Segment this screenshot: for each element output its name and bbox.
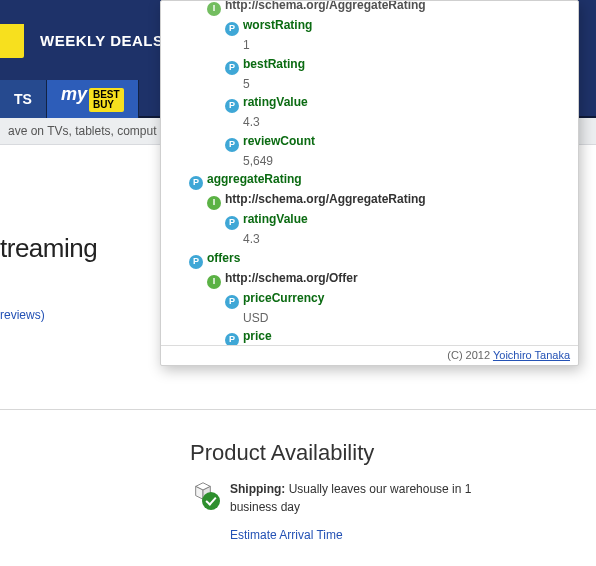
schema-type-url: http://schema.org/Offer <box>225 271 358 285</box>
schema-property-name: reviewCount <box>243 134 315 148</box>
product-availability-section: Product Availability Shipping: Usually l… <box>190 440 490 544</box>
type-icon: I <box>207 2 221 16</box>
schema-property-name: aggregateRating <box>207 172 302 186</box>
schema-property-name: ratingValue <box>243 212 308 226</box>
schema-property-value: USD <box>243 311 268 325</box>
schema-property-name: priceCurrency <box>243 291 324 305</box>
schema-row[interactable]: PaggregateRating <box>171 170 568 190</box>
schema-row[interactable]: Ihttp://schema.org/AggregateRating <box>171 1 568 16</box>
nav-tabs: TS my BEST BUY <box>0 78 139 118</box>
property-icon: P <box>225 99 239 113</box>
schema-row[interactable]: 5,649 <box>171 152 568 171</box>
product-availability-heading: Product Availability <box>190 440 490 466</box>
schema-row[interactable]: 4.3 <box>171 230 568 249</box>
schema-property-name: ratingValue <box>243 95 308 109</box>
schema-property-value: 5 <box>243 77 250 91</box>
schema-tree[interactable]: Ihttp://schema.org/AggregateRatingPworst… <box>161 1 578 345</box>
bestbuy-tag-icon: BEST BUY <box>89 88 124 112</box>
shipping-box-icon <box>190 480 220 510</box>
property-icon: P <box>189 255 203 269</box>
schema-row[interactable]: PratingValue <box>171 210 568 230</box>
type-icon: I <box>207 196 221 210</box>
schema-property-name: worstRating <box>243 18 312 32</box>
property-icon: P <box>225 22 239 36</box>
popup-footer: (C) 2012 Yoichiro Tanaka <box>161 345 578 365</box>
schema-inspector-popup: Ihttp://schema.org/AggregateRatingPworst… <box>160 0 579 366</box>
property-icon: P <box>225 138 239 152</box>
shipping-label: Shipping: <box>230 482 285 496</box>
schema-row[interactable]: PratingValue <box>171 93 568 113</box>
schema-row[interactable]: 4.3 <box>171 113 568 132</box>
reviews-link[interactable]: reviews) <box>0 308 45 322</box>
logo-fragment <box>0 24 24 58</box>
type-icon: I <box>207 275 221 289</box>
author-link[interactable]: Yoichiro Tanaka <box>493 349 570 361</box>
schema-property-name: bestRating <box>243 57 305 71</box>
schema-property-name: price <box>243 329 272 343</box>
property-icon: P <box>225 216 239 230</box>
schema-row[interactable]: Pprice <box>171 327 568 345</box>
property-icon: P <box>225 333 239 345</box>
schema-row[interactable]: Poffers <box>171 249 568 269</box>
property-icon: P <box>225 61 239 75</box>
left-column: treaming reviews) <box>0 145 160 323</box>
schema-property-value: 1 <box>243 38 250 52</box>
estimate-arrival-link[interactable]: Estimate Arrival Time <box>230 526 343 544</box>
mybestbuy-logo: my BEST BUY <box>61 84 124 114</box>
schema-row[interactable]: 5 <box>171 75 568 94</box>
shipping-text: Shipping: Usually leaves our warehouse i… <box>230 480 490 544</box>
schema-row[interactable]: PworstRating <box>171 16 568 36</box>
schema-property-value: 5,649 <box>243 154 273 168</box>
nav-tab-cropped[interactable]: TS <box>0 80 47 118</box>
schema-property-name: offers <box>207 251 240 265</box>
property-icon: P <box>225 295 239 309</box>
schema-type-url: http://schema.org/AggregateRating <box>225 192 426 206</box>
schema-row[interactable]: 1 <box>171 36 568 55</box>
copyright-text: (C) 2012 <box>447 349 493 361</box>
schema-row[interactable]: Ihttp://schema.org/Offer <box>171 269 568 289</box>
schema-type-url: http://schema.org/AggregateRating <box>225 1 426 12</box>
schema-row[interactable]: PreviewCount <box>171 132 568 152</box>
category-heading: treaming <box>0 233 160 264</box>
schema-property-value: 4.3 <box>243 115 260 129</box>
schema-property-value: 4.3 <box>243 232 260 246</box>
property-icon: P <box>189 176 203 190</box>
section-divider <box>0 409 596 410</box>
mybestbuy-my: my <box>61 84 87 105</box>
schema-row[interactable]: PbestRating <box>171 55 568 75</box>
schema-row[interactable]: Ihttp://schema.org/AggregateRating <box>171 190 568 210</box>
schema-row[interactable]: USD <box>171 309 568 328</box>
nav-tab-mybestbuy[interactable]: my BEST BUY <box>47 80 139 118</box>
checkmark-icon <box>202 492 220 510</box>
nav-weekly-deals[interactable]: WEEKLY DEALS <box>40 32 164 49</box>
schema-row[interactable]: PpriceCurrency <box>171 289 568 309</box>
